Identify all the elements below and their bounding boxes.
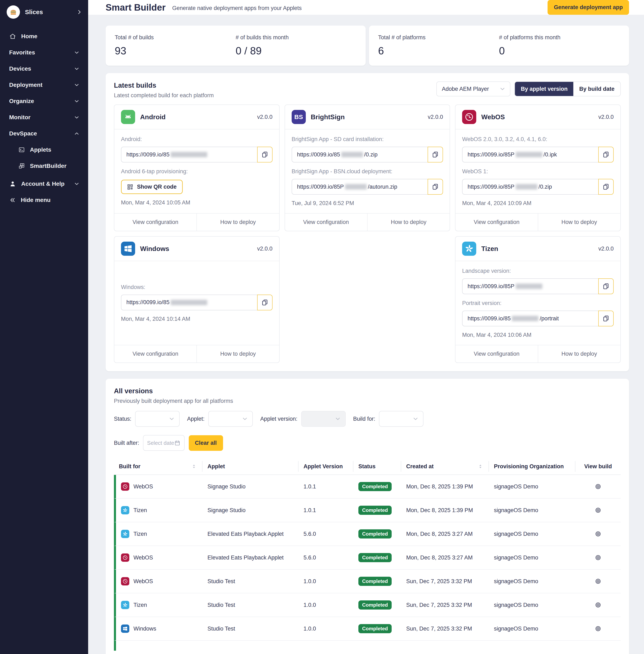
build-url-field[interactable]: https://0099.io/85 — [121, 147, 257, 163]
copy-url-button[interactable] — [257, 147, 273, 163]
copy-url-button[interactable] — [598, 179, 614, 195]
build-url-field[interactable]: https://0099.io/85/portrait — [462, 311, 599, 326]
row-platform: Tizen — [134, 507, 147, 513]
build-url-field[interactable]: https://0099.io/85P — [462, 278, 599, 294]
eye-icon — [595, 554, 602, 561]
sidebar-item-account-help[interactable]: Account & Help — [0, 176, 88, 192]
status-filter-label: Status: — [114, 416, 131, 422]
column-header-built-for[interactable]: Built for — [114, 461, 203, 472]
sidebar-item-devspace[interactable]: DevSpace — [0, 125, 88, 142]
build-date: Mon, Mar 4, 2024 10:06 AM — [462, 332, 614, 338]
eye-icon — [595, 601, 602, 608]
view-configuration-link[interactable]: View configuration — [285, 214, 367, 231]
sidebar-item-devices[interactable]: Devices — [0, 60, 88, 77]
copy-url-button[interactable] — [428, 179, 443, 195]
sidebar-item-label: Favorites — [9, 49, 35, 56]
row-platform: Tizen — [134, 531, 147, 537]
applet-version-filter-select[interactable] — [301, 411, 346, 427]
build-url-field[interactable]: https://0099.io/85P/autorun.zip — [292, 179, 428, 195]
sidebar-item-home[interactable]: Home — [0, 28, 88, 45]
stat-label: Total # of platforms — [378, 34, 499, 41]
build-url-field[interactable]: https://0099.io/85P/0.ipk — [462, 147, 599, 163]
page-title: Smart Builder — [106, 2, 166, 13]
how-to-deploy-link[interactable]: How to deploy — [367, 214, 450, 231]
built-after-filter-label: Built after: — [114, 440, 139, 446]
sidebar-item-monitor[interactable]: Monitor — [0, 109, 88, 125]
view-configuration-link[interactable]: View configuration — [114, 345, 197, 363]
stat-label: # of builds this month — [236, 34, 357, 41]
brand-row[interactable]: Slices — [0, 0, 88, 24]
sort-icon[interactable] — [191, 463, 197, 469]
platform-name: Tizen — [481, 245, 498, 252]
chevron-up-icon — [74, 130, 80, 137]
selected-applet: Adobe AEM Player — [442, 86, 489, 92]
view-build-button[interactable] — [595, 530, 602, 537]
sidebar-item-organize[interactable]: Organize — [0, 93, 88, 109]
sidebar-item-hide-menu[interactable]: Hide menu — [0, 192, 88, 208]
view-build-button[interactable] — [595, 578, 602, 585]
sidebar: Slices Home Favorites Devices Deployment… — [0, 0, 88, 654]
view-build-button[interactable] — [595, 483, 602, 490]
row-org: signageOS Demo — [489, 531, 575, 537]
show-qr-code-button[interactable]: Show QR code — [121, 180, 183, 194]
view-configuration-link[interactable]: View configuration — [456, 345, 537, 363]
stat-value: 0 / 89 — [236, 45, 357, 57]
built-after-date-input[interactable] — [143, 435, 185, 451]
stat-metric: # of builds this month 0 / 89 — [236, 34, 357, 57]
view-build-button[interactable] — [595, 601, 602, 608]
column-header-applet-version: Applet Version — [299, 461, 353, 472]
chevron-right-icon[interactable] — [76, 9, 82, 15]
build-for-filter-select[interactable] — [379, 411, 423, 427]
how-to-deploy-link[interactable]: How to deploy — [197, 214, 279, 231]
android-card: Android v2.0.0 Android: https://0099.io/… — [114, 104, 280, 231]
build-url-field[interactable]: https://0099.io/85 — [121, 295, 257, 310]
row-version: 1.0.0 — [299, 626, 353, 632]
build-date: Mon, Mar 4, 2024 10:14 AM — [121, 316, 273, 322]
how-to-deploy-link[interactable]: How to deploy — [538, 345, 620, 363]
view-build-button[interactable] — [595, 507, 602, 514]
calendar-icon — [174, 440, 180, 446]
platform-cards-grid: Android v2.0.0 Android: https://0099.io/… — [114, 104, 621, 363]
clear-all-button[interactable]: Clear all — [189, 435, 223, 451]
toggle-by-applet-version[interactable]: By applet version — [515, 82, 573, 96]
chevron-down-icon — [74, 66, 80, 72]
view-configuration-link[interactable]: View configuration — [114, 214, 197, 231]
collapse-icon — [9, 197, 16, 203]
applet-filter-select[interactable] — [208, 411, 253, 427]
sort-icon[interactable] — [477, 463, 484, 469]
view-configuration-link[interactable]: View configuration — [456, 214, 537, 231]
sidebar-item-applets[interactable]: Applets — [0, 142, 88, 158]
view-build-button[interactable] — [595, 554, 602, 561]
smart-builder-page: Slices Home Favorites Devices Deployment… — [0, 0, 644, 654]
how-to-deploy-link[interactable]: How to deploy — [538, 214, 620, 231]
webos-icon — [121, 482, 129, 491]
eye-icon — [595, 530, 602, 537]
how-to-deploy-link[interactable]: How to deploy — [197, 345, 279, 363]
date-field[interactable] — [147, 440, 174, 446]
build-url-field[interactable]: https://0099.io/85/0.zip — [292, 147, 428, 163]
sidebar-item-label: Devices — [9, 66, 31, 72]
sidebar-item-favorites[interactable]: Favorites — [0, 45, 88, 60]
row-org: signageOS Demo — [489, 555, 575, 561]
view-build-button[interactable] — [595, 625, 602, 632]
brand-name: Slices — [25, 8, 43, 16]
copy-url-button[interactable] — [598, 147, 614, 163]
copy-url-button[interactable] — [257, 295, 273, 310]
url-field-label: Landscape version: — [462, 268, 614, 274]
platform-version: v2.0.0 — [598, 246, 614, 252]
sidebar-item-smartbuilder[interactable]: SmartBuilder — [0, 158, 88, 174]
applet-filter-select[interactable]: Adobe AEM Player — [436, 81, 510, 96]
generate-deployment-app-button[interactable]: Generate deployment app — [548, 0, 629, 15]
column-header-created-at[interactable]: Created at — [401, 461, 489, 472]
status-filter-select[interactable] — [135, 411, 180, 427]
applet-version-filter-label: Applet version: — [260, 416, 297, 422]
toggle-by-build-date[interactable]: By build date — [573, 82, 620, 96]
qr-code-icon — [127, 184, 133, 190]
copy-url-button[interactable] — [598, 278, 614, 294]
copy-url-button[interactable] — [598, 311, 614, 326]
copy-url-button[interactable] — [428, 147, 443, 163]
windows-icon — [121, 242, 135, 256]
platform-name: BrightSign — [311, 113, 345, 121]
build-url-field[interactable]: https://0099.io/85P/0.zip — [462, 179, 599, 195]
sidebar-item-deployment[interactable]: Deployment — [0, 77, 88, 93]
